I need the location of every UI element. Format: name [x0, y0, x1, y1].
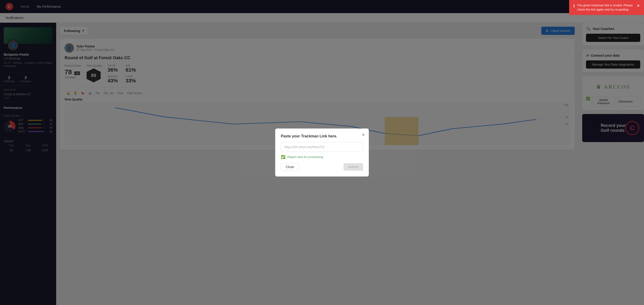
modal-success-message: ✅ Report sent for processing [281, 155, 363, 159]
modal-submit-button[interactable]: Submit [344, 163, 363, 171]
modal-close-button[interactable]: Close [281, 163, 299, 171]
modal-actions: Close Submit [281, 163, 363, 171]
success-icon: ✅ [281, 155, 286, 159]
toast-warning-icon: ℹ [573, 4, 575, 9]
modal-title: Paste your Trackman Link here. [281, 134, 363, 138]
trackman-modal: Paste your Trackman Link here. ✕ ✅ Repor… [275, 128, 369, 176]
error-toast: ℹ The given trackman link is invalid. Pl… [569, 0, 644, 15]
modal-close-x-button[interactable]: ✕ [362, 132, 365, 138]
toast-message: The given trackman link is invalid. Plea… [577, 3, 634, 12]
trackman-link-input[interactable] [281, 142, 363, 152]
toast-close-button[interactable]: ✕ [637, 3, 640, 8]
modal-overlay[interactable]: Paste your Trackman Link here. ✕ ✅ Repor… [0, 0, 644, 305]
success-text: Report sent for processing [287, 155, 323, 159]
